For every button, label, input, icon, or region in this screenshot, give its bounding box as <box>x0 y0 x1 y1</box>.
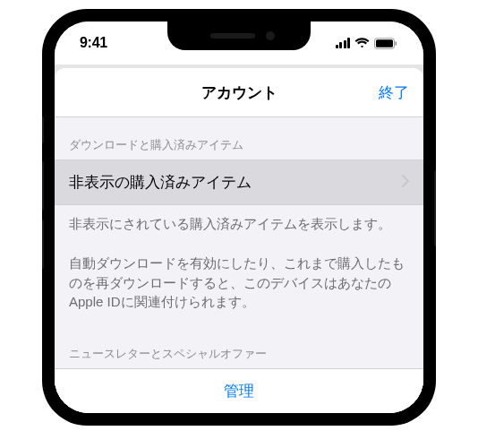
nav-title: アカウント <box>201 82 277 103</box>
downloads-section-header: ダウンロードと購入済みアイテム <box>55 117 423 159</box>
status-time: 9:41 <box>80 35 107 51</box>
done-button[interactable]: 終了 <box>379 82 409 103</box>
volume-up-button <box>42 161 44 211</box>
cellular-signal-icon <box>336 38 351 48</box>
newsletter-section-header: ニュースレターとスペシャルオファー <box>55 326 423 368</box>
nav-bar: アカウント 終了 <box>55 68 423 117</box>
sheet-content: ダウンロードと購入済みアイテム 非表示の購入済みアイテム 非表示にされている購 <box>55 117 423 413</box>
svg-rect-2 <box>396 41 397 46</box>
battery-icon <box>374 38 398 49</box>
downloads-footer-1: 非表示にされている購入済みアイテムを表示します。 <box>55 205 423 248</box>
hidden-purchases-cell[interactable]: 非表示の購入済みアイテム <box>55 159 423 205</box>
status-icons <box>336 38 399 49</box>
account-sheet: アカウント 終了 ダウンロードと購入済みアイテム 非表示の購入済みアイテム <box>55 68 423 413</box>
chevron-right-icon <box>402 175 409 191</box>
downloads-footer-2: 自動ダウンロードを有効にしたり、これまで購入したものを再ダウンロードすると、この… <box>55 248 423 326</box>
notch <box>167 22 311 50</box>
manage-label: 管理 <box>224 383 254 400</box>
svg-rect-1 <box>376 39 393 47</box>
manage-cell[interactable]: 管理 <box>55 368 423 413</box>
hidden-purchases-label: 非表示の購入済みアイテム <box>69 172 252 193</box>
volume-down-button <box>42 220 44 269</box>
wifi-icon <box>354 38 370 48</box>
power-button <box>434 170 436 246</box>
phone-screen: 9:41 <box>55 22 423 413</box>
phone-frame: 9:41 <box>42 9 436 426</box>
mute-switch <box>42 116 44 143</box>
